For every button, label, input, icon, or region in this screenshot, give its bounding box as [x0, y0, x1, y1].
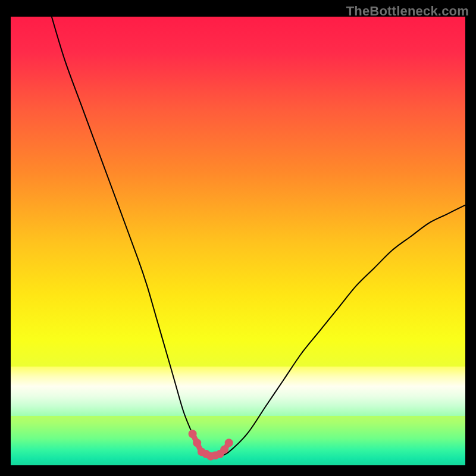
chart-svg — [11, 17, 465, 465]
chart-frame: TheBottleneck.com — [0, 0, 476, 476]
watermark-text: TheBottleneck.com — [346, 4, 469, 19]
highlight-band — [11, 367, 465, 416]
chart-plot-area — [11, 17, 465, 465]
